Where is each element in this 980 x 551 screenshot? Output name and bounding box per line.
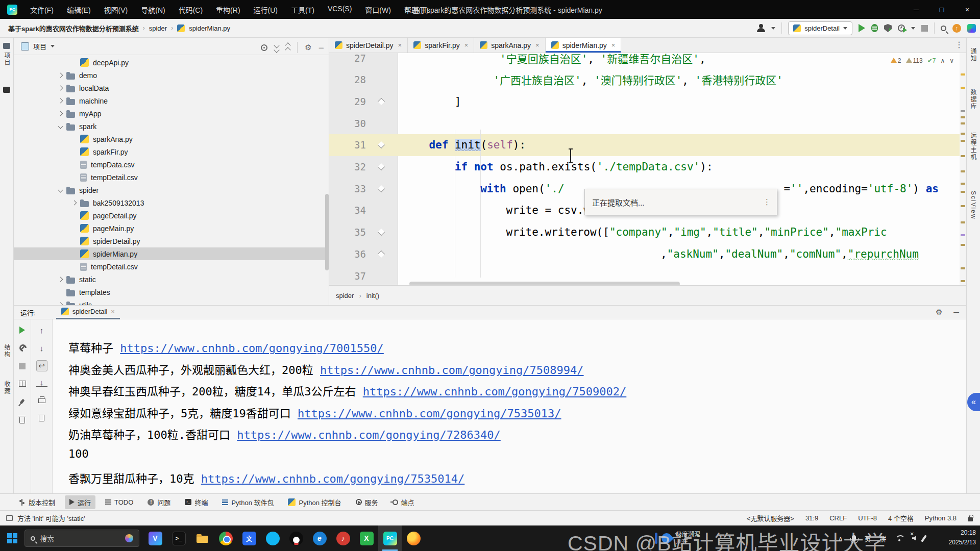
status-item[interactable]: Python 3.8 [925, 514, 957, 522]
pin-icon[interactable] [17, 396, 28, 407]
chevron-right-icon[interactable] [55, 278, 66, 281]
tree-item[interactable]: localData [14, 82, 329, 94]
toolwindow-端点[interactable]: 端点 [388, 495, 419, 509]
console-link[interactable]: https://www.cnhnb.com/gongying/7509002/ [363, 385, 627, 398]
stripe-mark[interactable] [961, 267, 965, 269]
up-stack-icon[interactable]: ↑ [36, 324, 47, 336]
code-line-36[interactable]: 36,"askNum","dealNum","comNum","repurchN… [329, 243, 960, 265]
stripe-mark[interactable] [961, 73, 965, 76]
down-stack-icon[interactable]: ↓ [36, 342, 47, 354]
menu-item[interactable]: 导航(N) [135, 3, 170, 17]
edit-configuration-icon[interactable] [17, 342, 28, 354]
menu-item[interactable]: 重构(R) [210, 3, 246, 17]
chevron-right-icon[interactable] [55, 112, 66, 115]
tree-item[interactable]: pageMain.py [14, 222, 329, 235]
close-icon[interactable]: × [464, 41, 469, 49]
run-configuration-select[interactable]: spiderDetail [788, 21, 852, 35]
rerun-button[interactable] [17, 324, 28, 336]
tree-item[interactable]: sparkAna.py [14, 133, 329, 145]
stripe-mark[interactable] [961, 116, 965, 118]
scroll-to-end-icon[interactable]: ↓ [36, 378, 47, 387]
tree-item[interactable]: deepApi.py [14, 56, 329, 69]
chevron-down-icon[interactable] [51, 45, 55, 47]
taskbar-app-firefox[interactable] [402, 525, 425, 551]
volume-muted-icon[interactable]: ✕ [912, 536, 914, 541]
fold-down-icon[interactable] [366, 186, 397, 191]
breadcrumb-method[interactable]: init() [366, 292, 379, 299]
close-icon[interactable] [17, 414, 28, 425]
project-tool-icon[interactable] [3, 43, 10, 49]
status-message[interactable]: 方法 'init' 可能为 'static' [17, 513, 85, 523]
debug-button[interactable] [871, 24, 878, 32]
stripe-mark[interactable] [961, 205, 965, 207]
toolwindow-服务[interactable]: 服务 [351, 495, 383, 509]
chevron-down-icon[interactable] [55, 188, 66, 192]
taskbar-app-qq[interactable] [284, 525, 308, 551]
update-icon[interactable]: ↑ [952, 24, 961, 33]
menu-item[interactable]: 视图(V) [99, 3, 134, 17]
code-line-29[interactable]: 29] [329, 90, 960, 112]
editor-tab-sparkFir.py[interactable]: sparkFir.py× [408, 38, 474, 53]
chevron-down-icon[interactable] [55, 124, 66, 128]
maximize-button[interactable]: □ [929, 0, 954, 19]
tree-item[interactable]: spiderMian.py [14, 247, 329, 260]
start-button[interactable] [0, 525, 24, 551]
menu-item[interactable]: 工具(T) [285, 3, 320, 17]
code-line-30[interactable]: 30 [329, 112, 960, 134]
next-issue-icon[interactable]: ∨ [949, 57, 954, 64]
taskbar-app-netease-music[interactable]: ♪ [331, 525, 355, 551]
stripe-mark[interactable] [961, 221, 965, 223]
status-item[interactable]: 4 个空格 [888, 513, 914, 523]
stripe-mark[interactable] [961, 140, 965, 142]
more-tabs-icon[interactable]: ⋮ [955, 40, 963, 49]
tree-item[interactable]: utils [14, 298, 329, 305]
close-icon[interactable]: × [398, 41, 402, 49]
stripe-mark[interactable] [961, 170, 965, 172]
tree-item[interactable]: spider [14, 184, 329, 196]
prev-issue-icon[interactable]: ∧ [940, 57, 945, 64]
coverage-button[interactable] [884, 24, 892, 32]
code-line-27[interactable]: 27'宁夏回族自治区', '新疆维吾尔自治区', [329, 53, 960, 69]
sidebar-tab-结构[interactable]: 结构 [0, 344, 14, 358]
run-tab[interactable]: spiderDetail × [56, 305, 120, 319]
tree-item[interactable]: sparkFir.py [14, 145, 329, 158]
sidebar-tab-收藏[interactable]: 收藏 [0, 381, 14, 395]
breadcrumb-project[interactable]: 基于spark的惠农网农作物数据分析预测系统 [8, 23, 139, 33]
run-button[interactable] [859, 24, 865, 32]
stripe-mark[interactable] [961, 87, 965, 89]
project-scrollbar[interactable] [325, 194, 329, 270]
stripe-mark[interactable] [961, 110, 965, 112]
gear-icon[interactable]: ⚙ [305, 43, 311, 52]
error-stripe[interactable] [960, 53, 966, 285]
horizontal-scrollbar[interactable] [409, 282, 680, 285]
inspections-widget[interactable]: 2 113 ✔7 ∧ ∨ [891, 57, 954, 64]
stripe-mark[interactable] [961, 183, 965, 185]
minimize-button[interactable]: ─ [903, 0, 929, 19]
user-icon[interactable] [757, 24, 765, 32]
locate-file-icon[interactable] [261, 44, 267, 51]
profiler-button[interactable] [898, 24, 905, 32]
taskbar-clock[interactable]: 20:18 2025/2/13 [949, 528, 976, 547]
console-link[interactable]: https://www.cnhnb.com/gongying/7286340/ [237, 429, 501, 441]
close-button[interactable]: × [954, 0, 980, 19]
sidebar-tab-远程主机[interactable]: 远程主机 [966, 132, 980, 161]
toolwindow-问题[interactable]: !问题 [143, 495, 175, 509]
tree-item[interactable]: tempDetail.csv [14, 171, 329, 184]
status-item[interactable]: 31:9 [805, 514, 818, 522]
menu-item[interactable]: 文件(F) [24, 3, 59, 17]
code-line-35[interactable]: 35write.writerow(["company","img","title… [329, 221, 960, 243]
console-link[interactable]: https://www.cnhnb.com/gongying/7508994/ [320, 364, 584, 377]
fold-down-icon[interactable] [366, 230, 397, 235]
stripe-mark[interactable] [961, 280, 965, 282]
taskbar-search-input[interactable]: 搜索 [24, 530, 139, 547]
chevron-right-icon[interactable] [55, 73, 66, 77]
sidebar-tab-通知[interactable]: 通知 [966, 48, 980, 62]
code-line-28[interactable]: 28'广西壮族自治区', '澳门特别行政区', '香港特别行政区' [329, 69, 960, 91]
console-link[interactable]: https://www.cnhnb.com/gongying/7535014/ [201, 472, 465, 485]
code-line-32[interactable]: 32if not os.path.exists('./tempData.csv'… [329, 156, 960, 178]
more-icon[interactable]: ⋮ [763, 197, 771, 207]
run-console[interactable]: 草莓种子 https://www.cnhnb.com/gongying/7001… [55, 319, 951, 493]
restore-layout-icon[interactable] [17, 378, 28, 389]
tree-item[interactable]: myApp [14, 107, 329, 120]
tree-item[interactable]: maichine [14, 94, 329, 107]
